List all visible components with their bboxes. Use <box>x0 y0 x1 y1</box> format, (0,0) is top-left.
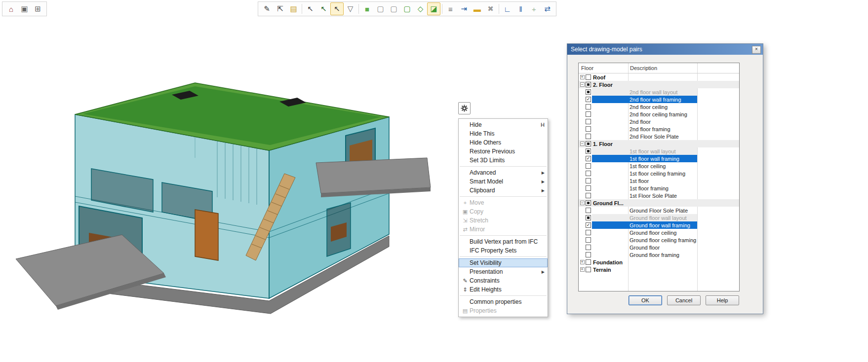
erase-icon[interactable]: ✖ <box>484 2 497 15</box>
row-checkbox[interactable] <box>586 178 591 183</box>
filter-icon[interactable]: ▽ <box>344 2 357 15</box>
row-checkbox[interactable] <box>586 148 591 154</box>
expand-icon[interactable]: + <box>580 75 585 79</box>
add-plus-icon[interactable]: + <box>527 2 541 15</box>
help-button[interactable]: Help <box>706 295 739 305</box>
set-3d-limits-menu-item[interactable]: Set 3D Limits <box>459 156 548 165</box>
dialog-titlebar[interactable]: Select drawing-model pairs × <box>567 44 763 55</box>
context-gear-button[interactable] <box>458 102 471 114</box>
tree-row[interactable]: 1st floor wall layout <box>579 147 739 155</box>
row-checkbox[interactable] <box>586 193 591 198</box>
outline-panel2-icon[interactable]: ▢ <box>387 2 400 15</box>
row-checkbox[interactable] <box>586 74 591 80</box>
outline-panel-icon[interactable]: ▢ <box>374 2 387 15</box>
axes-icon[interactable]: ∟ <box>501 2 514 15</box>
row-checkbox[interactable] <box>586 215 591 220</box>
expand-icon[interactable]: + <box>580 267 585 272</box>
smart-model-menu-item[interactable]: Smart Model▶ <box>459 177 548 186</box>
pick-arrow-icon[interactable]: ↖ <box>317 2 330 15</box>
tree-row[interactable]: −2. Floor <box>579 81 739 88</box>
model-viewport[interactable] <box>5 39 454 328</box>
collapse-icon[interactable]: − <box>580 142 585 146</box>
ok-button[interactable]: OK <box>629 295 662 305</box>
drawing-window-icon[interactable]: ⌂ <box>4 2 18 15</box>
tree-row[interactable]: 2nd floor ceiling <box>579 103 739 110</box>
entry-door[interactable] <box>195 210 218 260</box>
tree-row[interactable]: +Terrain <box>579 266 739 273</box>
collapse-icon[interactable]: − <box>580 82 585 87</box>
tree-row[interactable]: −Ground Fl... <box>579 199 739 207</box>
row-checkbox[interactable] <box>586 141 591 146</box>
row-checkbox[interactable] <box>586 82 591 87</box>
measure-icon[interactable]: ▤ <box>287 2 300 15</box>
section-planes-icon[interactable]: ‖ <box>514 2 527 15</box>
tree-row[interactable]: ✓2nd floor wall framing <box>579 96 739 103</box>
tree-row[interactable]: Ground floor <box>579 244 739 251</box>
constraints-menu-item[interactable]: ✎Constraints <box>459 276 548 285</box>
link-arrows-icon[interactable]: ⇄ <box>541 2 554 15</box>
tree-row[interactable]: 2nd floor <box>579 118 739 125</box>
row-checkbox[interactable] <box>586 171 591 176</box>
build-vertex-part-from-ifc-menu-item[interactable]: Build Vertex part from IFC <box>459 237 548 246</box>
row-checkbox[interactable] <box>586 126 591 132</box>
ifc-property-sets-menu-item[interactable]: IFC Property Sets <box>459 246 548 255</box>
row-checkbox[interactable]: ✓ <box>586 97 591 102</box>
clipboard-menu-item[interactable]: Clipboard▶ <box>459 186 548 195</box>
row-checkbox[interactable] <box>586 200 591 206</box>
presentation-menu-item[interactable]: Presentation▶ <box>459 267 548 276</box>
restore-previous-menu-item[interactable]: Restore Previous <box>459 147 548 156</box>
tree-row[interactable]: −1. Floor <box>579 140 739 147</box>
expand-icon[interactable]: + <box>580 260 585 264</box>
dialog-close-button[interactable]: × <box>752 46 761 54</box>
row-checkbox[interactable] <box>586 163 591 169</box>
tree-row[interactable]: 2nd floor ceiling framing <box>579 110 739 118</box>
row-checkbox[interactable] <box>586 119 591 124</box>
row-checkbox[interactable] <box>586 134 591 139</box>
row-checkbox[interactable] <box>586 104 591 109</box>
tree-row[interactable]: 1st floor ceiling <box>579 162 739 170</box>
tree-row[interactable]: 1st Floor Sole Plate <box>579 192 739 199</box>
cancel-button[interactable]: Cancel <box>667 295 701 305</box>
export-doc-icon[interactable]: ⇥ <box>457 2 471 15</box>
tree-row[interactable]: ✓1st floor wall framing <box>579 155 739 162</box>
row-checkbox[interactable] <box>586 267 591 272</box>
row-checkbox[interactable] <box>586 208 591 213</box>
set-visibility-menu-item[interactable]: Set Visibility <box>459 258 548 267</box>
tree-row[interactable]: Ground floor ceiling <box>579 229 739 236</box>
select-region-icon[interactable]: ⇱ <box>274 2 287 15</box>
row-checkbox[interactable] <box>586 237 591 243</box>
report-icon[interactable]: ≡ <box>444 2 457 15</box>
right-terrace-slab[interactable] <box>316 158 431 197</box>
tree-row[interactable]: 1st floor framing <box>579 184 739 192</box>
tree-row[interactable]: 2nd floor wall layout <box>579 88 739 96</box>
tree-row[interactable]: +Roof <box>579 73 739 81</box>
tile-windows-icon[interactable]: ⊞ <box>31 2 44 15</box>
hide-menu-item[interactable]: HideH <box>459 120 548 129</box>
tree-row[interactable]: Ground floor framing <box>579 251 739 258</box>
advanced-menu-item[interactable]: Advanced▶ <box>459 168 548 177</box>
tree-row[interactable]: 2nd Floor Sole Plate <box>579 133 739 140</box>
edit-heights-menu-item[interactable]: ⇕Edit Heights <box>459 285 548 294</box>
tree-row[interactable]: Ground floor wall layout <box>579 214 739 221</box>
hide-others-menu-item[interactable]: Hide Others <box>459 138 548 147</box>
tree-row[interactable]: ✓Ground floor wall framing <box>579 221 739 229</box>
tree-row[interactable]: 1st floor ceiling framing <box>579 170 739 177</box>
row-checkbox[interactable] <box>586 111 591 117</box>
cube-icon[interactable]: ◇ <box>414 2 427 15</box>
collapse-icon[interactable]: − <box>580 201 585 205</box>
pick-active-icon[interactable]: ↖ <box>330 2 344 15</box>
green-frame-icon[interactable]: ▢ <box>400 2 414 15</box>
row-checkbox[interactable] <box>586 252 591 257</box>
row-checkbox[interactable] <box>586 230 591 235</box>
row-checkbox[interactable] <box>586 245 591 250</box>
house-model-3d[interactable] <box>5 39 454 328</box>
tree-row[interactable]: Ground floor ceiling framing <box>579 236 739 244</box>
green-panel-icon[interactable]: ■ <box>360 2 374 15</box>
pick-point-icon[interactable]: ↖ <box>304 2 317 15</box>
pin-icon[interactable]: ✎ <box>260 2 274 15</box>
cascade-windows-icon[interactable]: ▣ <box>18 2 31 15</box>
archive-drawer-icon[interactable]: ▬ <box>471 2 484 15</box>
hide-this-menu-item[interactable]: Hide This <box>459 129 548 138</box>
tree-row[interactable]: 1st floor <box>579 177 739 184</box>
tree-row[interactable]: 2nd floor framing <box>579 125 739 133</box>
